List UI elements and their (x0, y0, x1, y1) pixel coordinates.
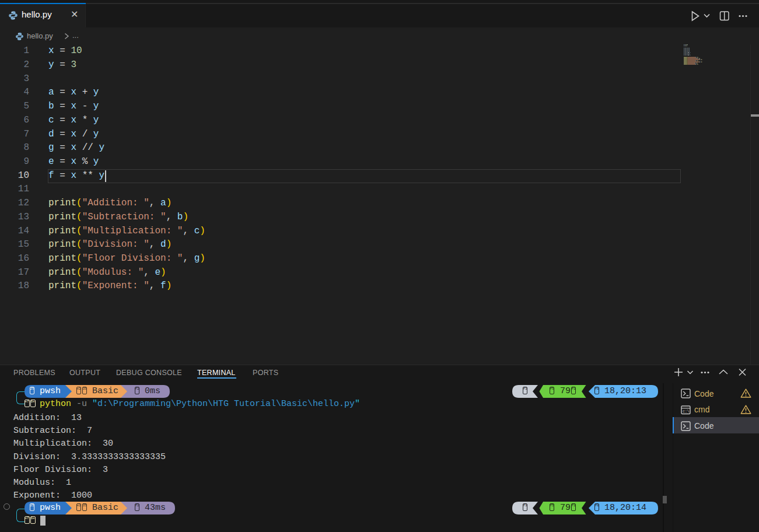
svg-text:c:\: c:\ (683, 410, 690, 414)
